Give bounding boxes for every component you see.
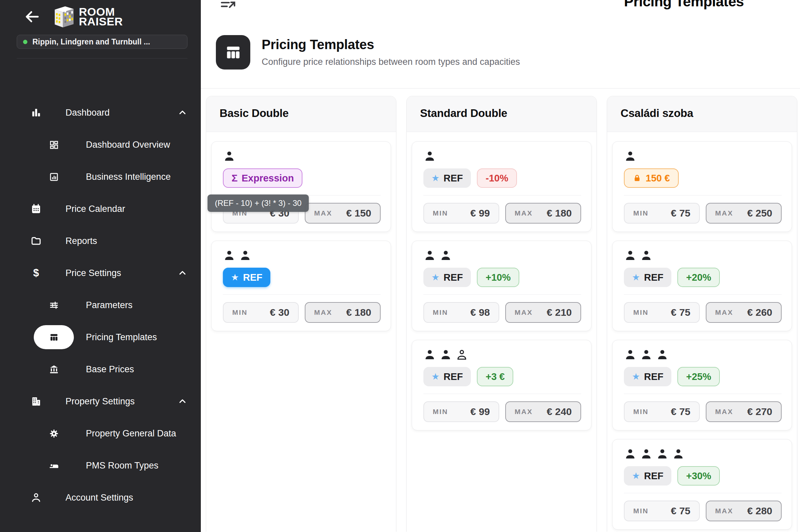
room-type-header: Basic Double [206, 96, 396, 132]
sidebar-item-base-prices[interactable]: Base Prices [17, 357, 188, 381]
expression-badge[interactable]: ΣExpression [223, 168, 302, 188]
sidebar-item-property-settings[interactable]: Property Settings [17, 389, 188, 413]
capacity-row-card: 150 €MIN€ 75MAX€ 250 [612, 141, 792, 232]
ref-badge[interactable]: ★REF [423, 168, 471, 188]
sidebar-top: ROOM RAISER [17, 5, 188, 29]
status-dot-icon [23, 40, 27, 44]
badge-label: REF [443, 173, 463, 184]
max-price-input[interactable]: MAX€ 260 [706, 302, 782, 323]
max-price-input[interactable]: MAX€ 180 [505, 203, 581, 224]
sidebar-item-pricing-templates[interactable]: Pricing Templates [17, 325, 188, 349]
sidebar-item-pms-room-types[interactable]: PMS Room Types [17, 454, 188, 477]
building-icon [30, 396, 42, 407]
chart-square-icon [34, 165, 74, 189]
max-price-input[interactable]: MAX€ 270 [706, 401, 782, 422]
positive-badge[interactable]: +30% [678, 466, 720, 486]
price-value: € 98 [471, 307, 490, 318]
min-price-input[interactable]: MIN€ 30 [223, 302, 299, 323]
occupancy-icons [423, 249, 581, 263]
badge-label: Expression [242, 173, 294, 184]
capacity-row-card: ★REF+3 €MIN€ 99MAX€ 240 [412, 340, 591, 431]
ref-badge[interactable]: ★REF [624, 268, 671, 287]
min-price-input[interactable]: MIN€ 75 [624, 302, 700, 323]
min-max-row: MIN€ 75MAX€ 270 [624, 401, 782, 422]
property-name: Rippin, Lindgren and Turnbull ... [33, 37, 150, 46]
positive-badge[interactable]: +3 € [477, 367, 513, 386]
min-max-row: MIN€ 75MAX€ 260 [624, 302, 782, 323]
price-label: MIN [232, 308, 248, 317]
sidebar-item-account-settings[interactable]: Account Settings [17, 486, 188, 510]
locked-badge[interactable]: 150 € [624, 168, 679, 188]
price-value: € 75 [671, 208, 690, 219]
ref-badge[interactable]: ★REF [624, 466, 671, 486]
capacity-row-card: ★REF-10%MIN€ 99MAX€ 180 [412, 141, 591, 232]
max-price-input[interactable]: MAX€ 180 [305, 302, 381, 323]
badge-label: +30% [686, 471, 711, 481]
pricing-templates-icon [216, 35, 250, 70]
min-price-input[interactable]: MIN€ 75 [624, 203, 700, 224]
sidebar-item-label: Price Calendar [65, 203, 125, 215]
capacity-row-card: ★REF+10%MIN€ 98MAX€ 210 [412, 241, 591, 331]
badges-row: ★REF+20% [624, 268, 782, 287]
sidebar-item-dashboard[interactable]: Dashboard [17, 100, 188, 125]
price-value: € 30 [270, 307, 289, 318]
occupancy-icons [423, 150, 581, 164]
min-price-input[interactable]: MIN€ 75 [624, 500, 700, 521]
ref-primary-badge[interactable]: ★REF [223, 268, 270, 287]
badge-label: +3 € [485, 371, 504, 382]
sidebar-item-property-general-data[interactable]: Property General Data [17, 421, 188, 445]
max-price-input[interactable]: MAX€ 240 [505, 401, 581, 422]
min-price-input[interactable]: MIN€ 98 [423, 302, 499, 323]
sidebar-item-dashboard-overview[interactable]: Dashboard Overview [17, 133, 188, 157]
max-price-input[interactable]: MAX€ 150 [305, 203, 381, 224]
price-value: € 180 [547, 208, 572, 219]
capacity-row-card: ★REFMIN€ 30MAX€ 180 [211, 241, 391, 331]
property-selector[interactable]: Rippin, Lindgren and Turnbull ... [17, 35, 188, 49]
person-icon [640, 348, 653, 362]
page-subtitle: Configure price relationships between ro… [262, 57, 520, 67]
row-divider [624, 195, 782, 195]
occupancy-icons [624, 150, 782, 164]
min-max-row: MIN€ 99MAX€ 240 [423, 401, 581, 422]
building-logo-icon [53, 5, 76, 29]
max-price-input[interactable]: MAX€ 280 [706, 500, 782, 521]
dashboard-grid-icon [34, 133, 74, 157]
sidebar-item-reports[interactable]: Reports [17, 229, 188, 253]
person-icon [423, 249, 436, 263]
price-label: MAX [515, 209, 533, 217]
person-icon [624, 150, 636, 164]
room-type-body: ΣExpressionMIN€ 30MAX€ 150(REF - 10) + (… [206, 132, 396, 336]
person-icon [423, 150, 436, 164]
ref-badge[interactable]: ★REF [624, 367, 671, 386]
topbar-page-title: Pricing Templates [624, 0, 744, 10]
badge-label: +10% [485, 272, 511, 283]
menu-open-icon[interactable] [220, 0, 236, 10]
max-price-input[interactable]: MAX€ 210 [505, 302, 581, 323]
min-price-input[interactable]: MIN€ 75 [624, 401, 700, 422]
sidebar-item-business-intelligence[interactable]: Business Intelligence [17, 165, 188, 189]
badges-row: ★REF-10% [423, 168, 581, 188]
person-icon [656, 348, 669, 362]
ref-badge[interactable]: ★REF [423, 367, 471, 386]
positive-badge[interactable]: +10% [477, 268, 519, 287]
max-price-input[interactable]: MAX€ 250 [706, 203, 782, 224]
sidebar-item-label: Account Settings [65, 492, 133, 504]
sidebar-item-label: PMS Room Types [86, 459, 158, 472]
back-button[interactable] [23, 7, 41, 26]
price-label: MIN [633, 209, 649, 217]
price-value: € 150 [346, 208, 371, 219]
min-price-input[interactable]: MIN€ 99 [423, 203, 499, 224]
sidebar-item-parameters[interactable]: Parameters [17, 293, 188, 317]
positive-badge[interactable]: +25% [678, 367, 720, 386]
sidebar-item-price-calendar[interactable]: Price Calendar [17, 197, 188, 221]
capacity-row-card: ΣExpressionMIN€ 30MAX€ 150(REF - 10) + (… [211, 141, 391, 232]
negative-badge[interactable]: -10% [477, 168, 517, 188]
sidebar: ROOM RAISER Rippin, Lindgren and Turnbul… [0, 0, 201, 532]
sidebar-item-price-settings[interactable]: $Price Settings [17, 261, 188, 285]
ref-badge[interactable]: ★REF [423, 268, 471, 287]
min-max-row: MIN€ 98MAX€ 210 [423, 302, 581, 323]
positive-badge[interactable]: +20% [678, 268, 720, 287]
min-price-input[interactable]: MIN€ 99 [423, 401, 499, 422]
sidebar-item-label: Dashboard Overview [86, 139, 170, 151]
person-icon [624, 348, 636, 362]
